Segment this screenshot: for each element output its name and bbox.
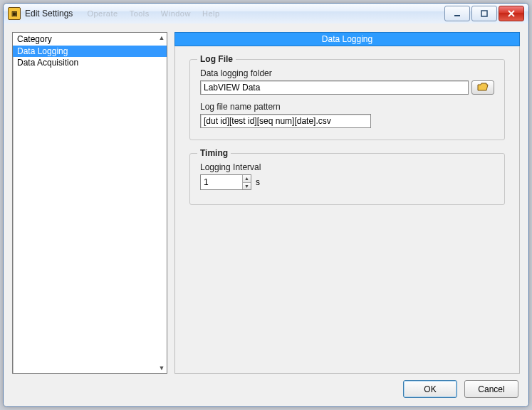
close-button[interactable]: [499, 6, 524, 21]
log-file-legend: Log File: [197, 54, 236, 64]
log-file-group: Log File Data logging folder Log file na…: [189, 59, 505, 140]
logging-interval-spinner[interactable]: ▲ ▼: [200, 174, 251, 190]
category-header: Category: [13, 33, 167, 46]
folder-open-icon: [477, 83, 489, 93]
cancel-button[interactable]: Cancel: [464, 380, 518, 398]
maximize-button[interactable]: [471, 6, 497, 21]
pane-header: Data Logging: [174, 32, 520, 46]
spinner-down-icon[interactable]: ▼: [243, 183, 251, 190]
svg-rect-1: [481, 11, 487, 16]
minimize-button[interactable]: [444, 6, 470, 21]
timing-group: Timing Logging Interval ▲ ▼ s: [189, 153, 505, 205]
background-menu: Operate Tools Window Help: [87, 9, 444, 18]
ok-button[interactable]: OK: [403, 380, 457, 398]
log-file-pattern-label: Log file name pattern: [200, 102, 494, 112]
category-item-label: Data Logging: [17, 46, 68, 56]
logging-interval-unit: s: [256, 177, 260, 187]
category-item-data-acquisition[interactable]: Data Acquisition: [13, 57, 167, 68]
timing-legend: Timing: [197, 148, 231, 158]
category-list[interactable]: ▲ Category Data Logging Data Acquisition…: [12, 32, 167, 374]
window-title: Edit Settings: [25, 9, 73, 19]
category-item-data-logging[interactable]: Data Logging: [13, 46, 167, 57]
edit-settings-window: ▣ Edit Settings Operate Tools Window Hel…: [3, 3, 529, 407]
data-logging-folder-input[interactable]: [200, 80, 469, 95]
pane-body: Log File Data logging folder Log file na…: [174, 46, 520, 374]
titlebar: ▣ Edit Settings Operate Tools Window Hel…: [4, 4, 528, 24]
logging-interval-label: Logging Interval: [200, 162, 494, 172]
spinner-up-icon[interactable]: ▲: [243, 175, 251, 183]
category-item-label: Data Acquisition: [17, 58, 78, 68]
browse-folder-button[interactable]: [471, 80, 494, 95]
scroll-up-icon[interactable]: ▲: [158, 34, 165, 41]
data-logging-folder-label: Data logging folder: [200, 68, 494, 78]
log-file-pattern-input[interactable]: [200, 114, 371, 128]
scroll-down-icon[interactable]: ▼: [158, 364, 165, 372]
logging-interval-input[interactable]: [201, 175, 242, 189]
app-icon: ▣: [8, 7, 21, 20]
